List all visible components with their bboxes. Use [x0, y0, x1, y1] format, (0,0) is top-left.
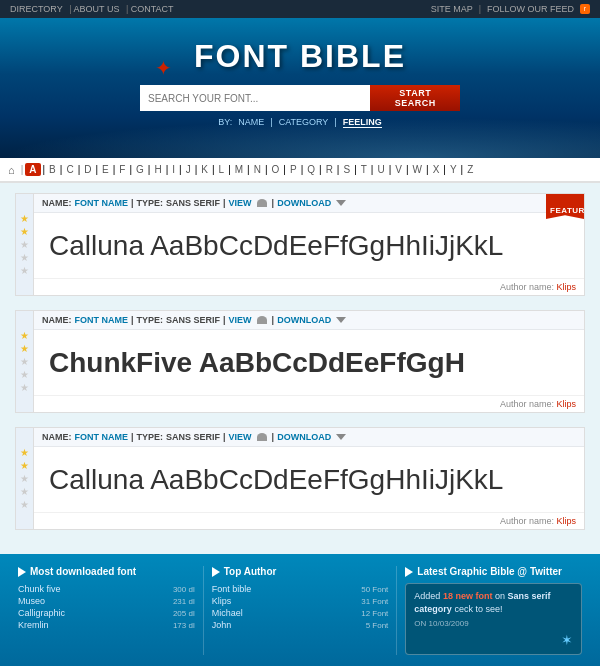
meta-name-label-1: NAME:	[42, 198, 72, 208]
meta-name-link-2[interactable]: FONT NAME	[75, 315, 129, 325]
alpha-n[interactable]: N	[252, 163, 263, 176]
star-3-1[interactable]: ★	[20, 447, 29, 458]
star-2-1[interactable]: ★	[20, 330, 29, 341]
star-2-5[interactable]: ★	[20, 382, 29, 393]
font-stars-1: ★ ★ ★ ★ ★	[16, 194, 34, 295]
alpha-k[interactable]: K	[199, 163, 210, 176]
alpha-w[interactable]: W	[411, 163, 424, 176]
star-1-4[interactable]: ★	[20, 252, 29, 263]
alpha-y[interactable]: Y	[448, 163, 459, 176]
alpha-v[interactable]: V	[393, 163, 404, 176]
meta-name-link-1[interactable]: FONT NAME	[75, 198, 129, 208]
author-count-2: 31 Font	[316, 595, 388, 607]
author-name-4: John	[212, 619, 317, 631]
alpha-s[interactable]: S	[341, 163, 352, 176]
tweet-time: ON 10/03/2009	[414, 619, 573, 628]
alpha-m[interactable]: M	[233, 163, 245, 176]
star-3-4[interactable]: ★	[20, 486, 29, 497]
table-row: Chunk five 300 dl	[18, 583, 195, 595]
tweet-prefix: Added	[414, 591, 440, 601]
alpha-t[interactable]: T	[359, 163, 369, 176]
table-row: Kremlin 173 dl	[18, 619, 195, 631]
alpha-a[interactable]: A	[25, 163, 40, 176]
alpha-o[interactable]: O	[270, 163, 282, 176]
about-link[interactable]: ABOUT US	[74, 4, 120, 14]
bird-icon: ✦	[155, 56, 172, 80]
star-3-3[interactable]: ★	[20, 473, 29, 484]
meta-type-3: SANS SERIF	[166, 432, 220, 442]
meta-download-2[interactable]: DOWNLOAD	[277, 315, 331, 325]
meta-view-3[interactable]: VIEW	[229, 432, 252, 442]
author-count-1: 50 Font	[316, 583, 388, 595]
sitemap-link[interactable]: SITE MAP	[431, 4, 473, 14]
alpha-i[interactable]: I	[170, 163, 177, 176]
alpha-h[interactable]: H	[152, 163, 163, 176]
view-icon-2	[257, 316, 267, 324]
alpha-b[interactable]: B	[47, 163, 58, 176]
search-input[interactable]	[140, 85, 370, 111]
meta-type-label-3: TYPE:	[137, 432, 164, 442]
alpha-j[interactable]: J	[184, 163, 193, 176]
alpha-d[interactable]: D	[82, 163, 93, 176]
star-1-2[interactable]: ★	[20, 226, 29, 237]
font-preview-3: Calluna AaBbCcDdEeFfGgHhIiJjKkL	[34, 447, 584, 512]
dl-name-2: Museo	[18, 595, 139, 607]
meta-view-1[interactable]: VIEW	[229, 198, 252, 208]
meta-name-link-3[interactable]: FONT NAME	[75, 432, 129, 442]
alpha-q[interactable]: Q	[305, 163, 317, 176]
table-row: Font bible 50 Font	[212, 583, 389, 595]
star-2-3[interactable]: ★	[20, 356, 29, 367]
meta-view-2[interactable]: VIEW	[229, 315, 252, 325]
download-icon-1	[336, 200, 346, 206]
alpha-c[interactable]: C	[64, 163, 75, 176]
tweet-link[interactable]: 18 new font	[443, 591, 493, 601]
author-name-3: Michael	[212, 607, 317, 619]
alpha-l[interactable]: L	[217, 163, 227, 176]
alpha-f[interactable]: F	[117, 163, 127, 176]
meta-type-1: SANS SERIF	[166, 198, 220, 208]
download-icon-2	[336, 317, 346, 323]
footer-col2-title: Top Author	[212, 566, 389, 577]
top-nav: DIRECTORY | ABOUT US | CONTACT SITE MAP …	[0, 0, 600, 18]
alpha-p[interactable]: P	[288, 163, 299, 176]
meta-name-label-2: NAME:	[42, 315, 72, 325]
alpha-g[interactable]: G	[134, 163, 146, 176]
contact-link[interactable]: CONTACT	[131, 4, 174, 14]
star-1-5[interactable]: ★	[20, 265, 29, 276]
author-link-1[interactable]: Klips	[556, 282, 576, 292]
font-preview-1: Calluna AaBbCcDdEeFfGgHhIiJjKkL	[34, 213, 584, 278]
star-2-4[interactable]: ★	[20, 369, 29, 380]
alpha-u[interactable]: U	[375, 163, 386, 176]
star-1-1[interactable]: ★	[20, 213, 29, 224]
dl-count-4: 173 dl	[139, 619, 195, 631]
author-link-2[interactable]: Klips	[556, 399, 576, 409]
alpha-r[interactable]: R	[324, 163, 335, 176]
home-icon[interactable]: ⌂	[8, 164, 15, 176]
font-author-3: Author name: Klips	[34, 512, 584, 529]
star-3-2[interactable]: ★	[20, 460, 29, 471]
search-button[interactable]: START SEARCH	[370, 85, 460, 111]
meta-download-1[interactable]: DOWNLOAD	[277, 198, 331, 208]
font-main-3: NAME: FONT NAME | TYPE: SANS SERIF | VIE…	[34, 428, 584, 529]
alpha-e[interactable]: E	[100, 163, 111, 176]
star-3-5[interactable]: ★	[20, 499, 29, 510]
author-name-2: Klips	[212, 595, 317, 607]
view-icon-1	[257, 199, 267, 207]
header: ✦ FONT BIBLE START SEARCH BY: NAME | CAT…	[0, 18, 600, 158]
feed-icon: r	[580, 4, 590, 14]
table-row: Calligraphic 205 dl	[18, 607, 195, 619]
footer-columns: Most downloaded font Chunk five 300 dl M…	[10, 566, 590, 655]
alpha-z[interactable]: Z	[465, 163, 475, 176]
header-decoration	[0, 118, 600, 158]
directory-link[interactable]: DIRECTORY	[10, 4, 63, 14]
footer-col-top-author: Top Author Font bible 50 Font Klips 31 F…	[204, 566, 398, 655]
star-2-2[interactable]: ★	[20, 343, 29, 354]
dl-name-3: Calligraphic	[18, 607, 139, 619]
author-link-3[interactable]: Klips	[556, 516, 576, 526]
alpha-x[interactable]: X	[431, 163, 442, 176]
star-1-3[interactable]: ★	[20, 239, 29, 250]
meta-download-3[interactable]: DOWNLOAD	[277, 432, 331, 442]
feed-link[interactable]: FOLLOW OUR FEED	[487, 4, 574, 14]
dl-name-4: Kremlin	[18, 619, 139, 631]
author-count-4: 5 Font	[316, 619, 388, 631]
